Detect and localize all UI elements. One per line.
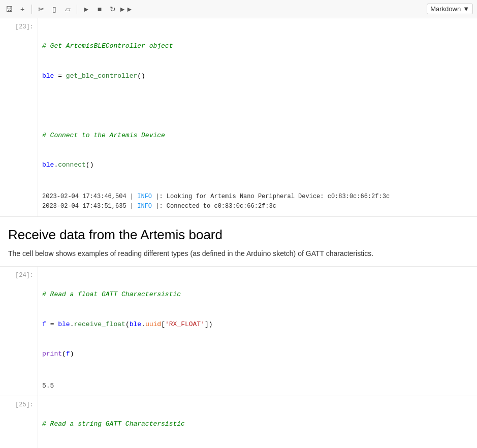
save-icon[interactable]: 🖫 [4,4,14,14]
restart-icon[interactable]: ↻ [108,4,118,14]
markdown-receive-data: Receive data from the Artemis board The … [0,217,477,267]
cell-25-code: # Read a string GATT Charactersistic s =… [42,399,473,448]
separator-1 [31,5,32,14]
cell-23-content[interactable]: # Get ArtemisBLEController object ble = … [38,18,477,216]
cell-23-number: [23]: [15,23,34,30]
cell-24-row: [24]: # Read a float GATT Charactersisti… [0,267,477,396]
cell-24-code: # Read a float GATT Charactersistic f = … [42,270,473,379]
paste-icon[interactable]: ▱ [62,4,73,14]
cut-icon[interactable]: ✂ [36,4,46,14]
cell-25-row: [25]: # Read a string GATT Charactersist… [0,396,477,448]
add-cell-icon[interactable]: + [17,4,27,14]
cell-24-number: [24]: [15,272,34,279]
cell-25-number: [25]: [15,401,34,408]
notebook: [23]: # Get ArtemisBLEController object … [0,18,477,448]
run-icon[interactable]: ► [81,4,91,14]
chevron-down-icon: ▼ [463,5,469,13]
receive-data-heading: Receive data from the Artemis board [8,227,469,243]
copy-icon[interactable]: ▯ [49,4,59,14]
cell-24-content[interactable]: # Read a float GATT Charactersistic f = … [38,267,477,396]
cell-24-gutter: [24]: [2,267,38,396]
receive-data-desc: The cell below shows examples of reading… [8,248,469,259]
cell-23-log: 2023-02-04 17:43:46,504 | INFO |: Lookin… [42,190,473,213]
cell-type-dropdown[interactable]: Markdown ▼ [427,4,473,14]
cell-25-content[interactable]: # Read a string GATT Charactersistic s =… [38,396,477,448]
toolbar: 🖫 + ✂ ▯ ▱ ► ■ ↻ ►► Markdown ▼ [0,0,477,18]
cell-23-row: [23]: # Get ArtemisBLEController object … [0,18,477,217]
cell-type-label: Markdown [430,5,461,13]
cell-23-gutter: [23]: [2,18,38,216]
fast-forward-icon[interactable]: ►► [121,4,131,14]
stop-icon[interactable]: ■ [94,4,105,14]
cell-24-output: 5.5 [42,379,473,393]
separator-2 [77,5,77,14]
cell-25-gutter: [25]: [2,396,38,448]
cell-23-code: # Get ArtemisBLEController object ble = … [42,21,473,190]
